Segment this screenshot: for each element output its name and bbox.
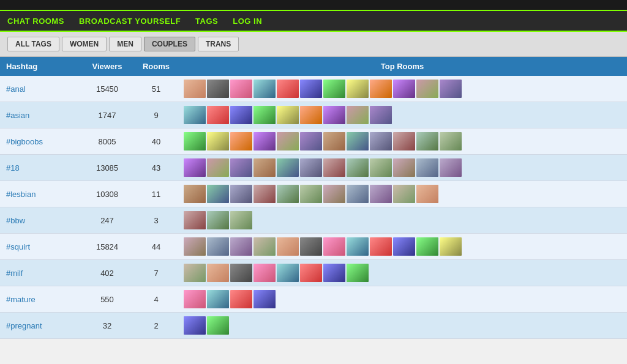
room-thumbnail[interactable] — [370, 106, 392, 124]
room-thumbnail[interactable] — [253, 264, 276, 282]
room-thumbnail[interactable] — [277, 106, 299, 124]
room-thumbnail[interactable] — [184, 185, 206, 203]
room-thumbnail[interactable] — [277, 158, 299, 177]
room-thumbnail[interactable] — [440, 80, 462, 98]
hashtag-cell[interactable]: #lesbian — [0, 181, 80, 207]
hashtag-cell[interactable]: #bbw — [0, 207, 80, 234]
hashtag-cell[interactable]: #pregnant — [0, 313, 80, 339]
tag-btn-women[interactable]: WOMEN — [62, 37, 107, 51]
room-thumbnail[interactable] — [440, 237, 462, 256]
room-thumbnail[interactable] — [207, 316, 229, 335]
room-thumbnail[interactable] — [416, 237, 438, 256]
nav-item-chat-rooms[interactable]: CHAT ROOMS — [7, 17, 64, 26]
room-thumbnail[interactable] — [300, 106, 322, 124]
room-thumbnail[interactable] — [323, 132, 345, 150]
room-thumbnail[interactable] — [230, 132, 252, 150]
room-thumbnail[interactable] — [207, 80, 229, 98]
room-thumbnail[interactable] — [207, 106, 229, 124]
room-thumbnail[interactable] — [253, 290, 276, 308]
room-thumbnail[interactable] — [184, 211, 206, 229]
room-thumbnail[interactable] — [416, 80, 438, 98]
room-thumbnail[interactable] — [347, 185, 369, 203]
room-thumbnail[interactable] — [207, 185, 229, 203]
room-thumbnail[interactable] — [347, 80, 369, 98]
room-thumbnail[interactable] — [323, 264, 345, 282]
room-thumbnail[interactable] — [347, 106, 369, 124]
hashtag-cell[interactable]: #18 — [0, 155, 80, 181]
room-thumbnail[interactable] — [416, 185, 438, 203]
room-thumbnail[interactable] — [253, 158, 276, 177]
room-thumbnail[interactable] — [184, 237, 206, 256]
room-thumbnail[interactable] — [184, 158, 206, 177]
room-thumbnail[interactable] — [416, 132, 438, 150]
room-thumbnail[interactable] — [347, 132, 369, 150]
room-thumbnail[interactable] — [393, 185, 415, 203]
room-thumbnail[interactable] — [323, 80, 345, 98]
room-thumbnail[interactable] — [277, 80, 299, 98]
room-thumbnail[interactable] — [300, 158, 322, 177]
room-thumbnail[interactable] — [347, 264, 369, 282]
room-thumbnail[interactable] — [207, 158, 229, 177]
nav-item-login[interactable]: LOG IN — [233, 17, 262, 26]
room-thumbnail[interactable] — [230, 237, 252, 256]
room-thumbnail[interactable] — [370, 185, 392, 203]
tag-btn-all-tags[interactable]: ALL TAGS — [7, 37, 59, 51]
room-thumbnail[interactable] — [393, 132, 415, 150]
room-thumbnail[interactable] — [230, 185, 252, 203]
hashtag-cell[interactable]: #anal — [0, 76, 80, 102]
nav-item-tags[interactable]: TAGS — [195, 17, 218, 26]
room-thumbnail[interactable] — [370, 158, 392, 177]
hashtag-cell[interactable]: #milf — [0, 260, 80, 286]
room-thumbnail[interactable] — [207, 290, 229, 308]
room-thumbnail[interactable] — [323, 237, 345, 256]
room-thumbnail[interactable] — [184, 316, 206, 335]
room-thumbnail[interactable] — [184, 290, 206, 308]
room-thumbnail[interactable] — [253, 80, 276, 98]
room-thumbnail[interactable] — [184, 132, 206, 150]
room-thumbnail[interactable] — [347, 237, 369, 256]
room-thumbnail[interactable] — [230, 158, 252, 177]
room-thumbnail[interactable] — [230, 211, 252, 229]
hashtag-cell[interactable]: #mature — [0, 286, 80, 313]
room-thumbnail[interactable] — [300, 237, 322, 256]
nav-item-broadcast[interactable]: BROADCAST YOURSELF — [79, 17, 181, 26]
room-thumbnail[interactable] — [230, 290, 252, 308]
tag-btn-couples[interactable]: COUPLES — [144, 37, 195, 51]
room-thumbnail[interactable] — [370, 80, 392, 98]
room-thumbnail[interactable] — [393, 237, 415, 256]
room-thumbnail[interactable] — [416, 158, 438, 177]
tag-btn-men[interactable]: MEN — [109, 37, 141, 51]
room-thumbnail[interactable] — [184, 80, 206, 98]
room-thumbnail[interactable] — [277, 237, 299, 256]
room-thumbnail[interactable] — [323, 106, 345, 124]
room-thumbnail[interactable] — [300, 185, 322, 203]
room-thumbnail[interactable] — [207, 132, 229, 150]
hashtag-cell[interactable]: #bigboobs — [0, 128, 80, 155]
room-thumbnail[interactable] — [393, 158, 415, 177]
room-thumbnail[interactable] — [184, 106, 206, 124]
room-thumbnail[interactable] — [253, 106, 276, 124]
room-thumbnail[interactable] — [323, 185, 345, 203]
room-thumbnail[interactable] — [207, 237, 229, 256]
room-thumbnail[interactable] — [370, 132, 392, 150]
room-thumbnail[interactable] — [347, 158, 369, 177]
room-thumbnail[interactable] — [440, 158, 462, 177]
room-thumbnail[interactable] — [440, 132, 462, 150]
room-thumbnail[interactable] — [277, 185, 299, 203]
room-thumbnail[interactable] — [277, 132, 299, 150]
room-thumbnail[interactable] — [370, 237, 392, 256]
room-thumbnail[interactable] — [300, 132, 322, 150]
room-thumbnail[interactable] — [393, 80, 415, 98]
tag-btn-trans[interactable]: TRANS — [198, 37, 239, 51]
room-thumbnail[interactable] — [253, 237, 276, 256]
hashtag-cell[interactable]: #asian — [0, 102, 80, 128]
room-thumbnail[interactable] — [207, 211, 229, 229]
room-thumbnail[interactable] — [277, 264, 299, 282]
room-thumbnail[interactable] — [184, 264, 206, 282]
room-thumbnail[interactable] — [323, 158, 345, 177]
room-thumbnail[interactable] — [207, 264, 229, 282]
room-thumbnail[interactable] — [300, 264, 322, 282]
hashtag-cell[interactable]: #squirt — [0, 234, 80, 260]
room-thumbnail[interactable] — [253, 185, 276, 203]
room-thumbnail[interactable] — [253, 132, 276, 150]
